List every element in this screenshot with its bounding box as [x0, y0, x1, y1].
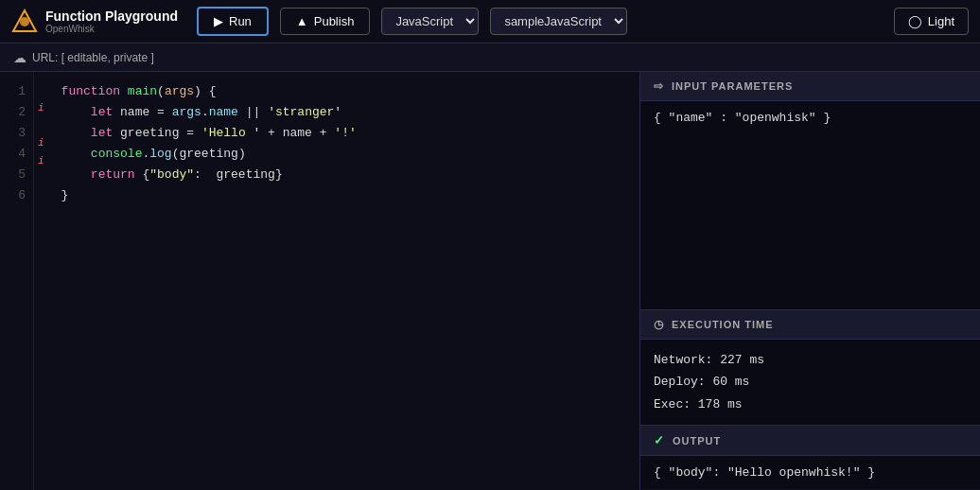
url-bar: ☁ URL: [ editable, private ] — [0, 44, 980, 72]
sample-select[interactable]: sampleJavaScript — [490, 8, 627, 35]
light-button[interactable]: ◯ Light — [894, 8, 969, 35]
app-title: Function Playground — [45, 9, 178, 25]
logo-icon — [11, 9, 38, 35]
svg-point-1 — [20, 17, 29, 26]
input-params-icon: ⇨ — [654, 79, 664, 93]
logo-text: Function Playground OpenWhisk — [45, 9, 178, 35]
play-icon: ▶ — [214, 14, 223, 28]
header: Function Playground OpenWhisk ▶ Run ▲ Pu… — [0, 0, 980, 44]
upload-icon: ▲ — [296, 14, 308, 28]
clock-icon: ◷ — [654, 318, 664, 331]
input-params-body[interactable]: { "name" : "openwhisk" } — [640, 101, 980, 309]
check-icon: ✓ — [654, 433, 665, 447]
output-title: OUTPUT — [673, 435, 721, 446]
code-editor[interactable]: 1 2 3 4 5 6 i i i function main(args) { … — [0, 72, 639, 490]
execution-time-body: Network: 227 ms Deploy: 60 ms Exec: 178 … — [640, 340, 980, 425]
output-header: ✓ OUTPUT — [640, 426, 980, 456]
language-select[interactable]: JavaScript — [381, 8, 479, 35]
input-params-header: ⇨ INPUT PARAMETERS — [640, 72, 980, 101]
output-content: { "body": "Hello openwhisk!" } — [654, 465, 875, 480]
app-subtitle: OpenWhisk — [45, 24, 178, 34]
input-params-section: ⇨ INPUT PARAMETERS { "name" : "openwhisk… — [640, 72, 980, 309]
line-indicators: i i i — [34, 72, 48, 490]
output-body[interactable]: { "body": "Hello openwhisk!" } — [640, 456, 980, 489]
execution-time-section: ◷ EXECUTION TIME Network: 227 ms Deploy:… — [640, 310, 980, 425]
network-time: Network: 227 ms — [654, 349, 967, 371]
code-content[interactable]: function main(args) { let name = args.na… — [48, 72, 639, 490]
execution-time-header: ◷ EXECUTION TIME — [640, 310, 980, 340]
output-section: ✓ OUTPUT { "body": "Hello openwhisk!" } — [640, 426, 980, 489]
url-text: URL: [ editable, private ] — [32, 51, 154, 64]
run-button[interactable]: ▶ Run — [197, 7, 269, 36]
logo-area: Function Playground OpenWhisk — [11, 9, 178, 35]
right-panel: ⇨ INPUT PARAMETERS { "name" : "openwhisk… — [639, 72, 980, 490]
cloud-icon: ☁ — [13, 50, 26, 65]
light-label: Light — [928, 14, 954, 28]
execution-time-title: EXECUTION TIME — [672, 319, 774, 330]
line-numbers: 1 2 3 4 5 6 — [0, 72, 34, 490]
publish-button[interactable]: ▲ Publish — [280, 8, 371, 35]
input-params-content: { "name" : "openwhisk" } — [654, 111, 831, 125]
publish-label: Publish — [314, 14, 355, 28]
input-params-title: INPUT PARAMETERS — [672, 80, 793, 92]
exec-time: Exec: 178 ms — [654, 394, 967, 415]
deploy-time: Deploy: 60 ms — [654, 371, 967, 393]
light-icon: ◯ — [908, 14, 922, 28]
main-content: 1 2 3 4 5 6 i i i function main(args) { … — [0, 72, 980, 490]
run-label: Run — [229, 14, 252, 28]
